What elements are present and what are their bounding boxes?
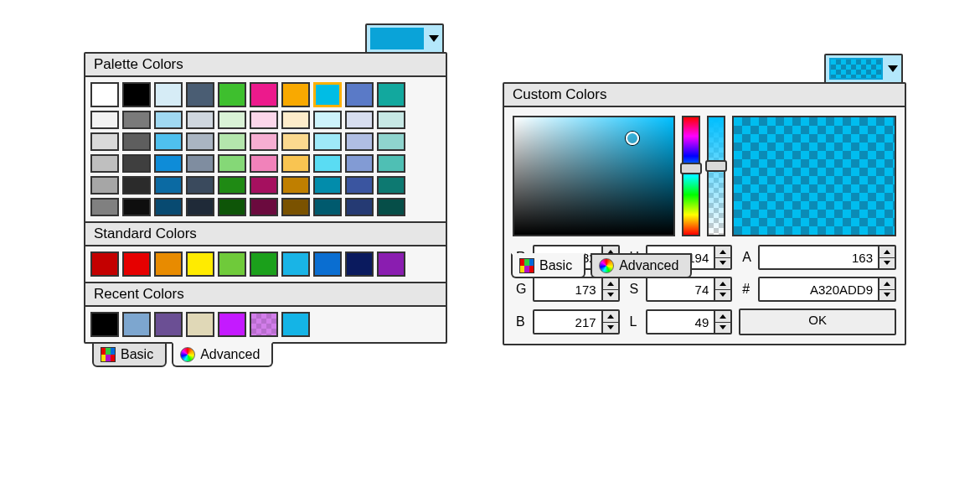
color-swatch[interactable]	[186, 312, 214, 337]
a-input-value[interactable]	[760, 246, 878, 268]
color-swatch[interactable]	[218, 132, 246, 151]
g-input[interactable]	[533, 277, 619, 302]
spinner-down-icon[interactable]	[715, 290, 730, 301]
spinner-down-icon[interactable]	[603, 290, 618, 301]
g-input-value[interactable]	[534, 278, 601, 300]
saturation-value-picker[interactable]	[513, 116, 675, 236]
color-swatch[interactable]	[345, 252, 374, 277]
color-swatch[interactable]	[313, 111, 342, 129]
color-swatch[interactable]	[218, 252, 246, 277]
color-swatch[interactable]	[345, 198, 374, 216]
color-swatch[interactable]	[250, 176, 278, 194]
color-swatch[interactable]	[186, 176, 214, 194]
color-swatch[interactable]	[250, 252, 278, 277]
spinner-down-icon[interactable]	[715, 323, 730, 334]
color-swatch[interactable]	[218, 176, 246, 194]
color-swatch[interactable]	[313, 198, 342, 216]
color-swatch[interactable]	[281, 198, 310, 216]
color-dropdown-custom[interactable]	[824, 54, 903, 84]
color-swatch[interactable]	[154, 154, 183, 173]
color-swatch[interactable]	[377, 111, 405, 129]
color-swatch[interactable]	[250, 154, 278, 173]
hex-input[interactable]	[758, 277, 896, 302]
color-swatch[interactable]	[250, 198, 278, 216]
color-swatch[interactable]	[345, 111, 374, 129]
spinner-up-icon[interactable]	[603, 278, 618, 290]
l-input[interactable]	[646, 309, 732, 334]
tab-basic[interactable]: Basic	[511, 253, 585, 278]
color-swatch[interactable]	[218, 111, 246, 129]
color-swatch[interactable]	[281, 82, 310, 107]
color-swatch[interactable]	[186, 198, 214, 216]
color-swatch[interactable]	[281, 132, 310, 151]
color-swatch[interactable]	[122, 252, 151, 277]
color-swatch[interactable]	[218, 312, 246, 337]
alpha-thumb[interactable]	[705, 160, 727, 172]
color-swatch[interactable]	[218, 154, 246, 173]
color-swatch[interactable]	[90, 111, 119, 129]
color-swatch[interactable]	[250, 111, 278, 129]
color-swatch[interactable]	[186, 82, 214, 107]
color-swatch[interactable]	[186, 111, 214, 129]
color-swatch[interactable]	[281, 154, 310, 173]
hex-input-value[interactable]	[760, 278, 878, 300]
spinner-up-icon[interactable]	[603, 311, 618, 323]
color-swatch[interactable]	[154, 132, 183, 151]
s-input-value[interactable]	[647, 278, 714, 300]
b-input-value[interactable]	[534, 311, 601, 333]
color-swatch[interactable]	[377, 82, 405, 107]
color-swatch[interactable]	[186, 154, 214, 173]
color-swatch[interactable]	[122, 176, 151, 194]
a-input[interactable]	[758, 245, 896, 270]
color-swatch[interactable]	[154, 312, 183, 337]
color-swatch[interactable]	[281, 176, 310, 194]
color-swatch[interactable]	[281, 111, 310, 129]
spinner-down-icon[interactable]	[879, 258, 895, 269]
spinner-down-icon[interactable]	[603, 323, 618, 334]
tab-basic[interactable]: Basic	[92, 342, 167, 367]
color-swatch[interactable]	[250, 82, 278, 107]
color-swatch[interactable]	[377, 176, 405, 194]
color-swatch[interactable]	[281, 312, 310, 337]
spinner-down-icon[interactable]	[879, 290, 895, 301]
spinner-up-icon[interactable]	[879, 246, 895, 258]
color-swatch[interactable]	[122, 132, 151, 151]
color-swatch[interactable]	[218, 198, 246, 216]
hue-thumb[interactable]	[680, 163, 702, 174]
color-swatch[interactable]	[90, 198, 119, 216]
color-swatch[interactable]	[122, 198, 151, 216]
color-swatch[interactable]	[90, 132, 119, 151]
color-swatch[interactable]	[313, 132, 342, 151]
alpha-slider[interactable]	[707, 116, 725, 236]
color-swatch[interactable]	[154, 82, 183, 107]
color-swatch[interactable]	[313, 82, 342, 107]
spinner-up-icon[interactable]	[715, 278, 730, 290]
color-swatch[interactable]	[377, 154, 405, 173]
color-swatch[interactable]	[90, 252, 119, 277]
color-dropdown-basic[interactable]	[365, 23, 444, 54]
b-input[interactable]	[533, 309, 619, 334]
color-swatch[interactable]	[154, 176, 183, 194]
tab-advanced[interactable]: Advanced	[172, 342, 273, 367]
color-swatch[interactable]	[90, 312, 119, 337]
tab-advanced[interactable]: Advanced	[591, 253, 692, 278]
s-input[interactable]	[646, 277, 732, 302]
spinner-up-icon[interactable]	[879, 278, 895, 290]
color-swatch[interactable]	[345, 154, 374, 173]
color-swatch[interactable]	[90, 82, 119, 107]
hue-slider[interactable]	[682, 116, 700, 236]
color-swatch[interactable]	[90, 176, 119, 194]
l-input-value[interactable]	[647, 311, 714, 333]
color-swatch[interactable]	[154, 111, 183, 129]
color-swatch[interactable]	[218, 82, 246, 107]
color-swatch[interactable]	[377, 132, 405, 151]
color-swatch[interactable]	[122, 312, 151, 337]
color-swatch[interactable]	[345, 82, 374, 107]
color-swatch[interactable]	[377, 252, 405, 277]
spinner-down-icon[interactable]	[715, 258, 730, 269]
ok-button[interactable]: OK	[739, 309, 896, 335]
color-swatch[interactable]	[122, 111, 151, 129]
color-swatch[interactable]	[345, 176, 374, 194]
color-swatch[interactable]	[313, 252, 342, 277]
color-swatch[interactable]	[186, 132, 214, 151]
